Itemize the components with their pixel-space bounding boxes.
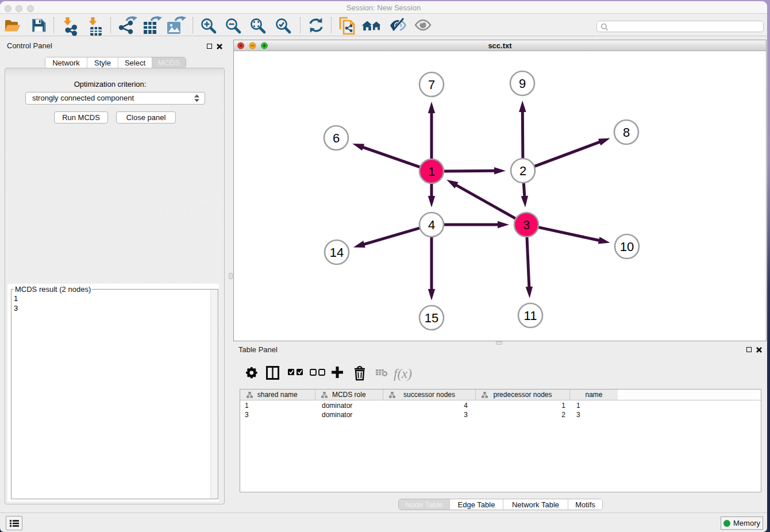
svg-text:15: 15 — [425, 311, 438, 325]
svg-text:8: 8 — [623, 125, 630, 140]
svg-text:6: 6 — [333, 131, 340, 145]
svg-text:4: 4 — [428, 218, 435, 232]
svg-text:14: 14 — [330, 245, 344, 260]
svg-text:f(x): f(x) — [394, 367, 412, 381]
svg-text:3: 3 — [523, 218, 530, 232]
svg-text:9: 9 — [519, 76, 526, 91]
svg-text:2: 2 — [519, 164, 526, 178]
svg-text:1: 1 — [428, 164, 435, 179]
svg-text:7: 7 — [428, 78, 435, 92]
svg-text:11: 11 — [524, 309, 537, 323]
svg-text:10: 10 — [620, 240, 634, 254]
